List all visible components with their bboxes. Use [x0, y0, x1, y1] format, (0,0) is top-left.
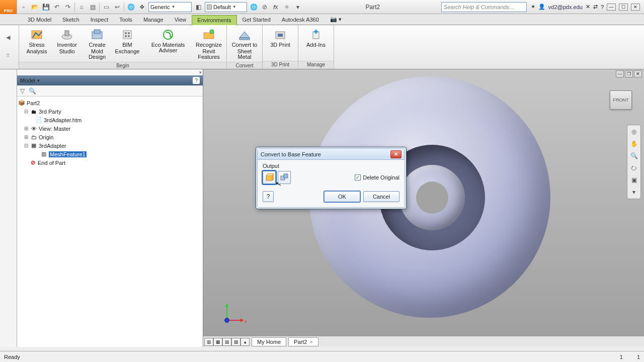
pan-icon[interactable]: ✋ — [629, 139, 638, 148]
left-dock — [0, 69, 17, 347]
appearance-swatch-icon — [207, 5, 212, 10]
qat-save-icon[interactable]: 💾 — [41, 3, 50, 12]
close-icon[interactable]: × — [310, 339, 312, 344]
restore-button[interactable]: ❐ — [625, 70, 633, 77]
doc-tab-myhome[interactable]: My Home — [252, 337, 286, 346]
cancel-button[interactable]: Cancel — [363, 191, 399, 202]
exchange-icon[interactable]: ⇄ — [593, 4, 598, 10]
add-ins-button[interactable]: Add-Ins — [301, 27, 331, 48]
3d-print-button[interactable]: 3D Print — [266, 27, 295, 48]
collapse-icon[interactable]: ⊟ — [23, 143, 29, 148]
tree-3rdadapter[interactable]: ⊟ ▦ 3rdAdapter — [18, 141, 202, 150]
viewmode-more-icon[interactable]: ▴ — [240, 338, 250, 346]
minimize-button[interactable]: — — [616, 70, 624, 77]
viewmode-1-icon[interactable]: ▥ — [204, 338, 213, 346]
dialog-help-button[interactable]: ? — [263, 191, 274, 202]
material-combo[interactable]: Generic ▼ — [148, 2, 192, 12]
tree-adapter-htm[interactable]: 📄 3rdAdapter.htm — [18, 116, 202, 124]
stress-analysis-button[interactable]: Stress Analysis — [22, 27, 51, 54]
viewmode-2-icon[interactable]: ▦ — [213, 338, 222, 346]
orbit-icon[interactable]: ⭮ — [629, 163, 638, 172]
view-cube[interactable]: FRONT — [610, 90, 632, 110]
star-icon[interactable]: ✶ — [531, 4, 535, 10]
output-composite-button[interactable] — [278, 171, 291, 184]
close-button[interactable]: ✕ — [634, 70, 642, 77]
delete-original-checkbox[interactable]: ✓ Delete Original — [355, 174, 399, 180]
tab-inspect[interactable]: Inspect — [85, 15, 114, 25]
tab-sketch[interactable]: Sketch — [57, 15, 85, 25]
grid-icon[interactable]: ⠿ — [6, 53, 13, 60]
zoom-icon[interactable]: 🔍 — [629, 151, 638, 160]
tree-view-master[interactable]: ⊞ 👁 View: Master — [18, 124, 202, 133]
app-menu-icon[interactable]: PRO — [0, 0, 17, 14]
qat-layers-icon[interactable]: ❖ — [137, 3, 146, 12]
expand-icon[interactable]: ⊞ — [23, 126, 29, 131]
qat-redo-icon[interactable]: ↷ — [63, 3, 72, 12]
nav-more-icon[interactable]: ▾ — [629, 188, 638, 197]
output-solid-button[interactable] — [263, 171, 276, 184]
tab-environments[interactable]: Environments — [192, 15, 236, 25]
tab-tools[interactable]: Tools — [114, 15, 138, 25]
expand-icon[interactable]: ⊞ — [23, 134, 29, 140]
ok-button[interactable]: OK — [324, 191, 360, 202]
steering-wheel-icon[interactable]: ◎ — [629, 127, 638, 136]
minimize-button[interactable]: — — [607, 4, 616, 11]
tab-get-started[interactable]: Get Started — [237, 15, 276, 25]
qat-open-icon[interactable]: 📂 — [30, 3, 39, 12]
svg-rect-4 — [94, 30, 100, 34]
signin-icon[interactable]: 👤 — [538, 4, 545, 10]
dialog-titlebar[interactable]: Convert to Base Feature ✕ — [258, 149, 405, 160]
tab-view[interactable]: View — [169, 15, 192, 25]
help-search-input[interactable]: Search Help & Commands... — [441, 2, 527, 12]
tree-meshfeature-selected[interactable]: ▥ MeshFeature1 — [18, 150, 202, 158]
viewmode-3-icon[interactable]: ▤ — [222, 338, 231, 346]
filter-icon[interactable]: ▽ — [20, 87, 25, 95]
create-mold-button[interactable]: Create Mold Design — [83, 27, 112, 60]
qat-swatch-icon[interactable]: ◧ — [194, 3, 203, 12]
help-square-icon[interactable]: ? — [193, 77, 200, 84]
help-icon[interactable]: ? — [601, 4, 604, 10]
user-label[interactable]: vd2@pdx.edu — [548, 4, 583, 10]
qat-web-icon[interactable]: 🌐 — [126, 3, 135, 12]
recognize-revit-button[interactable]: Recognize Revit Features — [194, 27, 223, 60]
qat-print-icon[interactable]: ▤ — [88, 3, 97, 12]
qat-more-icon[interactable]: ▾ — [293, 3, 302, 12]
eco-materials-button[interactable]: Eco Materials Adviser — [143, 27, 193, 53]
qat-home-icon[interactable]: ⌂ — [77, 3, 86, 12]
viewmode-4-icon[interactable]: ▧ — [231, 338, 240, 346]
qat-new-icon[interactable]: ▫ — [19, 3, 28, 12]
lookat-icon[interactable]: ▣ — [629, 175, 638, 185]
close-button[interactable]: ✕ — [631, 4, 640, 11]
label: Origin — [39, 134, 53, 140]
doc-tab-part2[interactable]: Part2× — [288, 337, 318, 346]
tree-end-of-part[interactable]: ⊘ End of Part — [18, 158, 202, 167]
tab-3d-model[interactable]: 3D Model — [22, 15, 57, 25]
tab-manage[interactable]: Manage — [138, 15, 169, 25]
tree-3rdparty[interactable]: ⊟ 🖿 3rd Party — [18, 107, 202, 116]
panel-close-icon[interactable]: × — [199, 70, 202, 75]
convert-sheet-metal-button[interactable]: Convert to Sheet Metal — [230, 27, 259, 60]
tree-root[interactable]: 📦 Part2 — [18, 99, 202, 107]
inventor-studio-button[interactable]: Inventor Studio — [52, 27, 82, 54]
close-panel-icon[interactable]: ✕ — [586, 4, 590, 10]
qat-select-icon[interactable]: ▭ — [102, 3, 111, 12]
axis-triad: x — [222, 300, 248, 325]
arrow-left-icon[interactable]: ◀ — [6, 34, 13, 41]
dialog-close-button[interactable]: ✕ — [390, 150, 401, 158]
bim-exchange-button[interactable]: BIM Exchange — [113, 27, 142, 54]
maximize-button[interactable]: ☐ — [619, 4, 628, 11]
qat-clear-icon[interactable]: ⊘ — [260, 3, 269, 12]
tab-camera-icon[interactable]: 📷 ▾ — [325, 14, 347, 25]
qat-undo-icon[interactable]: ↶ — [52, 3, 61, 12]
collapse-icon[interactable]: ⊟ — [23, 109, 29, 114]
qat-sparkle-icon[interactable]: ✧ — [282, 3, 291, 12]
find-icon[interactable]: 🔍 — [29, 87, 36, 95]
tab-a360[interactable]: Autodesk A360 — [276, 15, 325, 25]
tree-origin[interactable]: ⊞ 🗀 Origin — [18, 133, 202, 141]
appearance-combo[interactable]: Default ▼ — [205, 2, 247, 12]
qat-fx-icon[interactable]: fx — [271, 3, 280, 12]
qat-return-icon[interactable]: ↩ — [113, 3, 122, 12]
qat-globe2-icon[interactable]: 🌐 — [249, 3, 258, 12]
browser-header[interactable]: Model▾ ? — [17, 75, 203, 85]
model-geometry[interactable] — [416, 182, 448, 214]
